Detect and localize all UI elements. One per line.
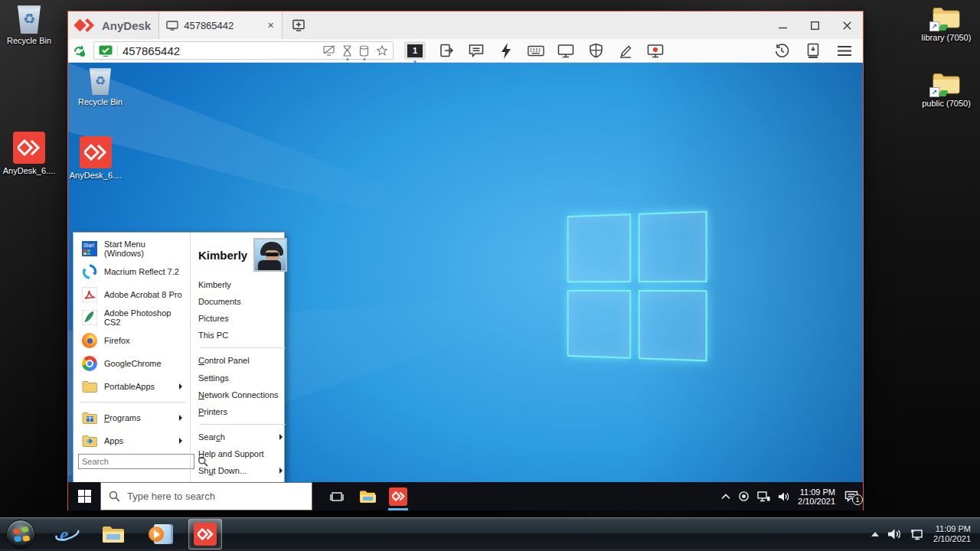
menu-item-google-chrome[interactable]: GoogleChrome xyxy=(78,352,187,375)
menu-item-network-connections[interactable]: Network Connections xyxy=(198,386,287,403)
menu-item-adobe-acrobat[interactable]: Adobe Acrobat 8 Pro xyxy=(78,283,187,306)
menu-item-macrium-reflect[interactable]: Macrium Reflect 7.2 xyxy=(78,260,187,283)
menu-item-settings[interactable]: Settings xyxy=(198,369,287,386)
menu-item-firefox[interactable]: Firefox xyxy=(78,329,187,352)
close-button[interactable] xyxy=(831,14,863,37)
host-clock[interactable]: 11:09 PM 2/10/2021 xyxy=(933,524,971,544)
main-menu-icon[interactable] xyxy=(837,45,852,57)
menu-item-printers[interactable]: Printers xyxy=(198,403,287,420)
adobe-photoshop-icon xyxy=(81,309,98,326)
remote-start-button[interactable] xyxy=(68,482,100,510)
menu-item-label: Firefox xyxy=(104,336,130,345)
volume-tray-icon[interactable] xyxy=(887,528,902,540)
storage-icon[interactable] xyxy=(359,45,369,57)
session-switch-lock-icon xyxy=(73,44,86,57)
anydesk-taskbar-button[interactable] xyxy=(383,482,413,510)
actions-lightning-icon[interactable] xyxy=(498,43,514,59)
search-placeholder: Type here to search xyxy=(127,491,215,502)
menu-item-shut-down[interactable]: Shut Down... xyxy=(198,462,287,479)
submenu-arrow-icon xyxy=(279,434,283,440)
keyboard-icon[interactable] xyxy=(528,44,544,57)
address-book-icon[interactable] xyxy=(806,43,820,58)
anydesk-tray-icon[interactable] xyxy=(738,491,750,502)
submenu-arrow-icon xyxy=(179,415,182,421)
task-view-button[interactable] xyxy=(322,482,352,510)
anydesk-host-taskbar-button[interactable] xyxy=(188,519,222,549)
tab-close-icon[interactable]: ✕ xyxy=(264,21,277,31)
internet-explorer-button[interactable]: e xyxy=(51,519,84,549)
whiteboard-pen-icon[interactable] xyxy=(617,43,634,58)
remote-taskbar-search[interactable]: Type here to search xyxy=(100,482,312,510)
start-menu-search-input[interactable] xyxy=(78,454,194,469)
menu-item-search[interactable]: Search xyxy=(198,429,287,445)
remote-anydesk-shortcut[interactable]: AnyDesk_6.... xyxy=(68,136,123,180)
monitor-icon xyxy=(166,21,178,31)
file-transfer-icon[interactable] xyxy=(438,43,455,58)
volume-tray-icon[interactable] xyxy=(778,491,790,502)
anydesk-titlebar[interactable]: AnyDesk 457865442 ✕ xyxy=(68,11,863,39)
user-header[interactable]: Kimberly xyxy=(198,236,287,276)
maximize-button[interactable] xyxy=(799,14,831,37)
host-public-shortcut[interactable]: ↗ public (7050) xyxy=(919,70,974,108)
icon-label: Recycle Bin xyxy=(2,36,57,45)
host-library-shortcut[interactable]: ↗ library (7050) xyxy=(919,5,974,42)
menu-item-this-pc[interactable]: This PC xyxy=(198,327,287,344)
minimize-button[interactable] xyxy=(766,14,799,37)
menu-item-control-panel[interactable]: Control Panel xyxy=(198,352,287,369)
network-tray-icon[interactable] xyxy=(757,491,770,502)
history-icon[interactable] xyxy=(774,43,789,58)
host-start-button[interactable] xyxy=(6,520,35,549)
hourglass-icon[interactable] xyxy=(342,45,352,57)
macrium-reflect-icon xyxy=(81,263,98,280)
anydesk-toolbar: 457865442 1 xyxy=(68,39,863,63)
session-tab[interactable]: 457865442 ✕ xyxy=(158,11,283,39)
new-session-button[interactable] xyxy=(292,19,306,31)
action-center-button[interactable]: 1 xyxy=(844,491,858,502)
favorite-star-icon[interactable] xyxy=(376,45,388,57)
connection-ok-icon xyxy=(99,45,113,57)
windows-flag-icon xyxy=(13,527,30,543)
new-tab-icon xyxy=(292,19,306,31)
menu-item-help-support[interactable]: Help and Support xyxy=(198,445,287,462)
submenu-arrow-icon xyxy=(179,383,182,390)
media-player-button[interactable] xyxy=(142,519,176,549)
display-icon[interactable] xyxy=(557,44,574,58)
time: 11:09 PM xyxy=(798,487,835,497)
time: 11:09 PM xyxy=(933,524,971,534)
menu-item-programs[interactable]: Programs xyxy=(78,406,187,429)
internet-explorer-icon: e xyxy=(55,523,80,546)
permissions-shield-icon[interactable] xyxy=(587,43,604,58)
session-status xyxy=(73,44,86,57)
address-field[interactable]: 457865442 xyxy=(93,41,394,60)
windows-explorer-button[interactable] xyxy=(96,519,130,549)
chat-icon[interactable] xyxy=(468,43,485,58)
monitor-off-icon[interactable] xyxy=(323,45,335,56)
anydesk-logo-icon xyxy=(74,17,97,34)
show-hidden-icons-button[interactable] xyxy=(871,532,879,536)
remote-recycle-bin[interactable]: ♻ Recycle Bin xyxy=(73,67,128,106)
icon-label: Recycle Bin xyxy=(73,97,128,106)
folder-shortcut-icon: ↗ xyxy=(931,5,962,31)
screen-record-icon[interactable] xyxy=(647,44,664,58)
menu-item-start-menu-windows[interactable]: Start Start Menu (Windows) xyxy=(78,237,187,260)
file-explorer-button[interactable] xyxy=(352,482,383,510)
folder-icon xyxy=(101,524,126,544)
menu-item-documents[interactable]: Documents xyxy=(198,293,287,310)
monitor-select-button[interactable]: 1 xyxy=(404,41,426,60)
menu-separator xyxy=(80,402,185,403)
tray-chevron-icon[interactable] xyxy=(721,494,730,500)
menu-item-label: Apps xyxy=(104,436,123,445)
network-tray-icon[interactable] xyxy=(910,528,925,540)
menu-item-label: GoogleChrome xyxy=(104,359,162,368)
menu-item-portableapps[interactable]: PortableApps xyxy=(78,375,187,398)
host-recycle-bin[interactable]: ♻ Recycle Bin xyxy=(2,5,57,45)
session-mini-icons xyxy=(323,45,388,57)
anydesk-brand: AnyDesk xyxy=(68,17,158,34)
menu-item-apps[interactable]: Apps xyxy=(78,429,187,452)
menu-item-pictures[interactable]: Pictures xyxy=(198,310,287,327)
remote-desktop-view[interactable]: ♻ Recycle Bin AnyDesk_6.... Start Start … xyxy=(68,63,863,510)
menu-item-user-folder[interactable]: Kimberly xyxy=(198,276,287,293)
host-anydesk-shortcut[interactable]: AnyDesk_6.... xyxy=(2,132,57,175)
menu-item-adobe-photoshop[interactable]: Adobe Photoshop CS2 xyxy=(78,306,187,329)
remote-clock[interactable]: 11:09 PM 2/10/2021 xyxy=(798,487,835,506)
